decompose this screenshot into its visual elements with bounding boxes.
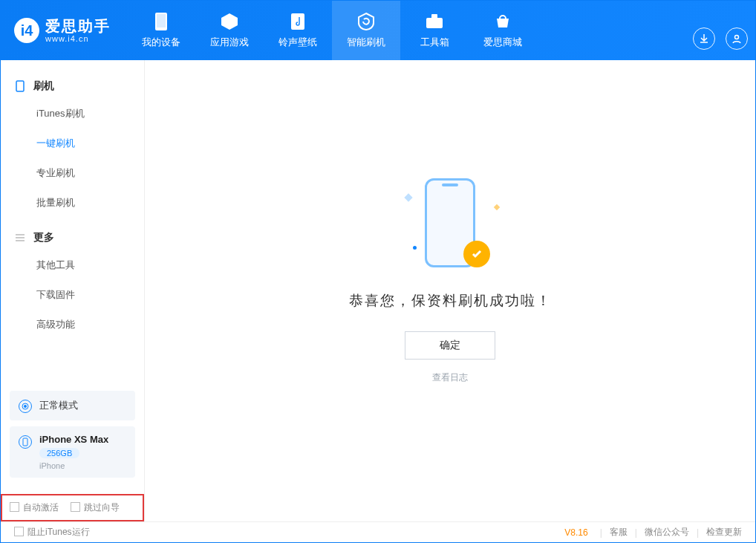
svg-rect-3 <box>426 18 443 28</box>
device-icon <box>151 12 172 31</box>
sidebar-item-oneclick-flash[interactable]: 一键刷机 <box>1 129 144 158</box>
sidebar-head-label: 刷机 <box>33 79 54 93</box>
sidebar-group-more: 更多 其他工具 下载固件 高级功能 <box>1 225 144 339</box>
sidebar-head-flash[interactable]: 刷机 <box>1 74 144 99</box>
sidebar-item-itunes-flash[interactable]: iTunes刷机 <box>1 99 144 129</box>
footer: 阻止iTunes运行 V8.16 | 客服 | 微信公众号 | 检查更新 <box>1 521 755 542</box>
logo-text: 爱思助手 www.i4.cn <box>45 18 111 43</box>
account-button[interactable] <box>726 27 748 50</box>
body: 刷机 iTunes刷机 一键刷机 专业刷机 批量刷机 更多 其他工具 <box>1 60 755 521</box>
svg-rect-1 <box>157 14 166 27</box>
nav-apps-games[interactable]: 应用游戏 <box>195 1 264 60</box>
cube-icon <box>219 12 240 31</box>
toolbox-icon <box>424 12 445 31</box>
nav-ringtones[interactable]: 铃声壁纸 <box>264 1 332 60</box>
logo[interactable]: i4 爱思助手 www.i4.cn <box>14 18 111 43</box>
device-info-card[interactable]: iPhone XS Max 256GB iPhone <box>10 426 135 478</box>
success-message: 恭喜您，保资料刷机成功啦！ <box>349 291 552 310</box>
footer-link-wechat[interactable]: 微信公众号 <box>645 526 689 539</box>
success-panel: 恭喜您，保资料刷机成功啦！ 确定 查看日志 <box>349 175 552 384</box>
svg-rect-2 <box>291 13 304 30</box>
top-nav: 我的设备 应用游戏 铃声壁纸 智能刷机 工具箱 <box>127 1 537 60</box>
sidebar-item-pro-flash[interactable]: 专业刷机 <box>1 158 144 188</box>
sidebar-item-download-firmware[interactable]: 下载固件 <box>1 280 144 310</box>
nav-label: 铃声壁纸 <box>278 36 317 49</box>
device-mode-card[interactable]: 正常模式 <box>10 391 135 420</box>
svg-rect-4 <box>431 14 437 19</box>
device-small-icon <box>19 435 32 449</box>
brand-url: www.i4.cn <box>45 34 111 43</box>
checkbox-block-itunes[interactable]: 阻止iTunes运行 <box>14 526 90 539</box>
device-name: iPhone XS Max <box>39 434 108 445</box>
music-icon <box>287 12 308 31</box>
device-blocks: 正常模式 iPhone XS Max 256GB iPhone <box>1 391 144 494</box>
logo-icon: i4 <box>14 18 39 43</box>
version-label: V8.16 <box>564 527 587 538</box>
refresh-icon <box>356 12 377 31</box>
success-illustration <box>391 175 509 272</box>
brand-name: 爱思助手 <box>45 18 111 34</box>
sidebar-item-advanced[interactable]: 高级功能 <box>1 310 144 339</box>
nav-label: 我的设备 <box>142 36 180 49</box>
sidebar-group-flash: 刷机 iTunes刷机 一键刷机 专业刷机 批量刷机 <box>1 74 144 218</box>
sidebar-head-more[interactable]: 更多 <box>1 225 144 250</box>
header-right <box>693 27 748 50</box>
svg-point-9 <box>24 405 27 408</box>
list-icon <box>14 232 26 244</box>
svg-point-5 <box>735 36 739 39</box>
footer-link-update[interactable]: 检查更新 <box>706 526 742 539</box>
nav-label: 智能刷机 <box>347 36 385 49</box>
shop-icon <box>492 12 513 31</box>
flash-options-row: 自动激活 跳过向导 <box>1 494 144 521</box>
sidebar-head-label: 更多 <box>33 231 54 244</box>
device-type: iPhone <box>39 461 108 470</box>
nav-label: 应用游戏 <box>210 36 249 49</box>
checkbox-auto-activate[interactable]: 自动激活 <box>10 501 59 514</box>
checkmark-icon <box>463 241 490 267</box>
sidebar-item-batch-flash[interactable]: 批量刷机 <box>1 188 144 218</box>
nav-smart-flash[interactable]: 智能刷机 <box>332 1 400 60</box>
nav-toolbox[interactable]: 工具箱 <box>400 1 469 60</box>
checkbox-skip-guide[interactable]: 跳过向导 <box>71 501 120 514</box>
checkbox-icon <box>71 502 80 512</box>
main-content: 恭喜您，保资料刷机成功啦！ 确定 查看日志 <box>145 60 755 521</box>
svg-rect-11 <box>23 438 27 446</box>
nav-shop[interactable]: 爱思商城 <box>469 1 537 60</box>
download-button[interactable] <box>693 27 715 50</box>
checkbox-icon <box>10 502 19 512</box>
view-log-link[interactable]: 查看日志 <box>432 371 468 384</box>
nav-label: 爱思商城 <box>483 36 522 49</box>
nav-my-device[interactable]: 我的设备 <box>127 1 195 60</box>
sidebar: 刷机 iTunes刷机 一键刷机 专业刷机 批量刷机 更多 其他工具 <box>1 60 145 521</box>
ok-button[interactable]: 确定 <box>405 331 495 360</box>
svg-rect-8 <box>16 81 24 91</box>
device-mode-label: 正常模式 <box>39 399 78 412</box>
phone-icon <box>14 80 26 92</box>
header: i4 爱思助手 www.i4.cn 我的设备 应用游戏 铃声壁纸 <box>1 1 755 60</box>
mode-icon <box>19 400 32 413</box>
device-storage: 256GB <box>39 448 79 458</box>
sidebar-item-other-tools[interactable]: 其他工具 <box>1 250 144 280</box>
nav-label: 工具箱 <box>420 36 449 49</box>
checkbox-icon <box>14 527 24 536</box>
footer-link-support[interactable]: 客服 <box>610 526 628 539</box>
